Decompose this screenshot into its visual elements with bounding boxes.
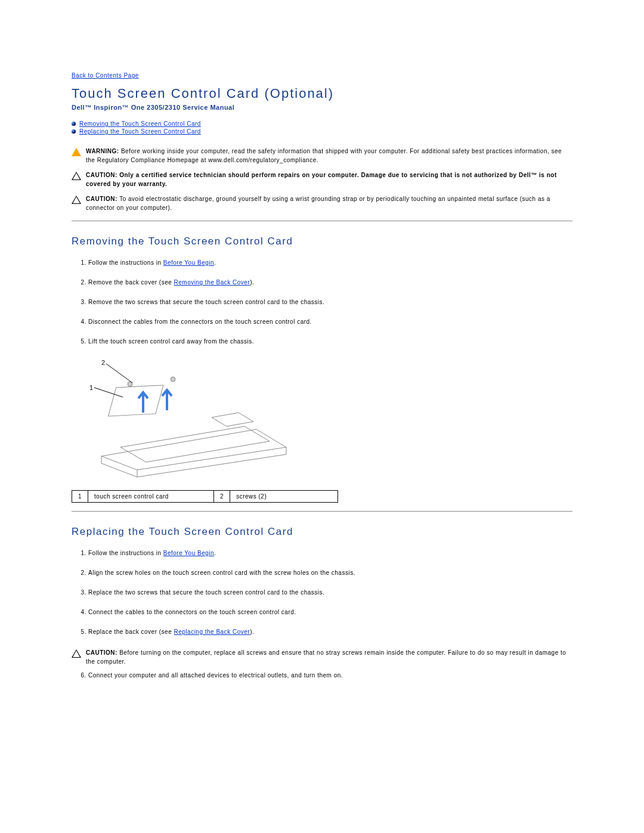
toc-link-replacing[interactable]: Replacing the Touch Screen Control Card	[79, 128, 201, 135]
link-before-you-begin[interactable]: Before You Begin	[163, 259, 214, 266]
caution-text: CAUTION: Only a certified service techni…	[86, 171, 572, 188]
bullet-icon	[72, 122, 76, 126]
link-removing-back-cover[interactable]: Removing the Back Cover	[174, 279, 250, 286]
caution-icon	[72, 194, 82, 212]
caution-icon	[72, 171, 82, 188]
link-before-you-begin[interactable]: Before You Begin	[163, 550, 214, 556]
step: Replace the two screws that secure the t…	[88, 589, 572, 596]
toc-item: Replacing the Touch Screen Control Card	[72, 128, 572, 135]
step: Remove the back cover (see Removing the …	[88, 279, 572, 286]
step: Align the screw holes on the touch scree…	[88, 569, 572, 576]
divider	[72, 511, 572, 512]
bullet-icon	[72, 129, 76, 134]
chassis-diagram: 2 1	[83, 358, 572, 484]
step: Follow the instructions in Before You Be…	[88, 259, 572, 266]
replacing-steps-cont: Connect your computer and all attached d…	[72, 672, 572, 679]
svg-point-4	[171, 377, 175, 382]
step: Disconnect the cables from the connector…	[88, 318, 572, 325]
caution-notice: CAUTION: Only a certified service techni…	[72, 171, 572, 188]
page-title: Touch Screen Control Card (Optional)	[72, 86, 572, 101]
caution-icon	[72, 648, 82, 666]
page-subtitle: Dell™ Inspiron™ One 2305/2310 Service Ma…	[72, 104, 572, 111]
caution-notice: CAUTION: To avoid electrostatic discharg…	[72, 194, 572, 212]
legend-text: touch screen control card	[88, 491, 214, 503]
table-row: 1 touch screen control card 2 screws (2)	[72, 491, 338, 503]
svg-line-6	[94, 388, 123, 397]
caution-text: CAUTION: To avoid electrostatic discharg…	[86, 194, 572, 212]
step: Remove the two screws that secure the to…	[88, 299, 572, 305]
warning-notice: WARNING: Before working inside your comp…	[72, 147, 572, 165]
section-heading-removing: Removing the Touch Screen Control Card	[72, 236, 572, 247]
step: Follow the instructions in Before You Be…	[88, 550, 572, 556]
svg-text:2: 2	[101, 359, 106, 366]
diagram-legend: 1 touch screen control card 2 screws (2)	[72, 490, 338, 503]
step: Lift the touch screen control card away …	[88, 338, 572, 345]
section-heading-replacing: Replacing the Touch Screen Control Card	[72, 526, 572, 538]
back-to-contents-link[interactable]: Back to Contents Page	[72, 72, 139, 79]
step: Connect your computer and all attached d…	[88, 672, 572, 679]
legend-num: 2	[214, 491, 230, 503]
legend-num: 1	[72, 491, 88, 503]
document-page: Back to Contents Page Touch Screen Contr…	[0, 0, 644, 727]
warning-text: WARNING: Before working inside your comp…	[86, 147, 572, 165]
removing-steps: Follow the instructions in Before You Be…	[72, 259, 572, 345]
step: Connect the cables to the connectors on …	[88, 609, 572, 615]
svg-rect-0	[109, 385, 163, 416]
warning-icon	[72, 147, 82, 165]
caution-text: CAUTION: Before turning on the computer,…	[86, 648, 572, 666]
svg-line-5	[106, 364, 132, 383]
link-replacing-back-cover[interactable]: Replacing the Back Cover	[174, 628, 250, 635]
toc-link-removing[interactable]: Removing the Touch Screen Control Card	[79, 120, 201, 127]
step: Replace the back cover (see Replacing th…	[88, 628, 572, 635]
divider	[72, 221, 572, 221]
replacing-steps: Follow the instructions in Before You Be…	[72, 550, 572, 635]
legend-text: screws (2)	[230, 491, 338, 503]
svg-text:1: 1	[89, 384, 94, 391]
toc-item: Removing the Touch Screen Control Card	[72, 120, 572, 127]
caution-notice: CAUTION: Before turning on the computer,…	[72, 648, 572, 666]
toc-list: Removing the Touch Screen Control Card R…	[72, 120, 572, 135]
